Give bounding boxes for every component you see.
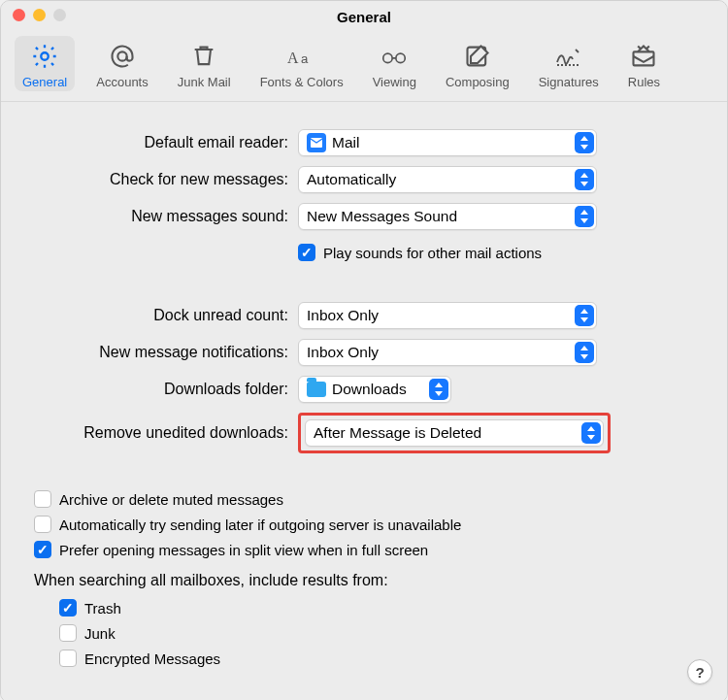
archive-muted-label: Archive or delete muted messages bbox=[59, 491, 283, 508]
split-view-checkbox[interactable] bbox=[34, 541, 51, 558]
dock-unread-popup[interactable]: Inbox Only bbox=[298, 302, 597, 329]
window-title: General bbox=[337, 9, 391, 25]
include-trash-checkbox[interactable] bbox=[59, 599, 77, 617]
include-encrypted-checkbox[interactable] bbox=[59, 650, 77, 667]
split-view-label: Prefer opening messages in split view wh… bbox=[59, 542, 428, 558]
svg-point-5 bbox=[396, 53, 405, 62]
search-results-header: When searching all mailboxes, include re… bbox=[34, 572, 694, 589]
tab-label: Accounts bbox=[96, 75, 148, 89]
tab-junk-mail[interactable]: Junk Mail bbox=[170, 36, 239, 91]
rules-icon bbox=[629, 42, 658, 71]
popup-value: After Message is Deleted bbox=[314, 424, 578, 442]
titlebar: General bbox=[1, 1, 727, 32]
folder-icon bbox=[307, 382, 326, 397]
label-downloads-folder: Downloads folder: bbox=[34, 381, 298, 398]
tab-fonts-colors[interactable]: Aa Fonts & Colors bbox=[252, 36, 351, 91]
gear-icon bbox=[30, 42, 59, 71]
retry-outgoing-checkbox[interactable] bbox=[34, 516, 51, 533]
tab-viewing[interactable]: Viewing bbox=[365, 36, 424, 91]
play-sounds-label: Play sounds for other mail actions bbox=[323, 245, 542, 261]
chevron-updown-icon bbox=[581, 422, 601, 444]
highlighted-setting: After Message is Deleted bbox=[298, 413, 611, 453]
label-default-reader: Default email reader: bbox=[34, 134, 298, 151]
help-button[interactable]: ? bbox=[687, 659, 712, 684]
label-check-messages: Check for new messages: bbox=[34, 171, 298, 188]
play-sounds-checkbox[interactable] bbox=[298, 244, 315, 261]
include-junk-checkbox[interactable] bbox=[59, 624, 77, 642]
include-junk-label: Junk bbox=[84, 625, 116, 642]
svg-text:a: a bbox=[301, 51, 309, 66]
new-sound-popup[interactable]: New Messages Sound bbox=[298, 203, 597, 230]
mail-app-icon bbox=[307, 133, 326, 152]
label-new-sound: New messages sound: bbox=[34, 208, 298, 225]
tab-general[interactable]: General bbox=[15, 36, 75, 91]
default-reader-popup[interactable]: Mail bbox=[298, 129, 597, 156]
popup-value: Inbox Only bbox=[307, 307, 571, 324]
chevron-updown-icon bbox=[575, 206, 594, 227]
include-trash-label: Trash bbox=[84, 600, 121, 617]
minimize-window-button[interactable] bbox=[33, 9, 46, 21]
close-window-button[interactable] bbox=[13, 9, 25, 21]
remove-downloads-popup[interactable]: After Message is Deleted bbox=[305, 419, 604, 447]
chevron-updown-icon bbox=[575, 305, 594, 326]
tab-label: Viewing bbox=[373, 75, 416, 89]
svg-point-0 bbox=[41, 52, 48, 59]
fonts-icon: Aa bbox=[287, 42, 316, 71]
chevron-updown-icon bbox=[575, 342, 594, 363]
downloads-folder-popup[interactable]: Downloads bbox=[298, 376, 451, 403]
zoom-window-button[interactable] bbox=[53, 9, 66, 21]
check-messages-popup[interactable]: Automatically bbox=[298, 166, 597, 193]
retry-outgoing-label: Automatically try sending later if outgo… bbox=[59, 517, 461, 533]
tab-signatures[interactable]: Signatures bbox=[531, 36, 607, 91]
general-pane: Default email reader: Mail Check for new… bbox=[1, 102, 727, 700]
help-icon: ? bbox=[695, 664, 704, 681]
label-dock-unread: Dock unread count: bbox=[34, 307, 298, 324]
popup-value: New Messages Sound bbox=[307, 208, 571, 225]
tab-accounts[interactable]: Accounts bbox=[88, 36, 155, 91]
svg-point-1 bbox=[117, 51, 126, 60]
label-remove-downloads: Remove unedited downloads: bbox=[34, 424, 298, 442]
label-new-notifications: New message notifications: bbox=[34, 344, 298, 361]
archive-muted-checkbox[interactable] bbox=[34, 490, 51, 508]
tab-label: Rules bbox=[628, 75, 660, 89]
tab-label: General bbox=[22, 75, 67, 89]
chevron-updown-icon bbox=[575, 132, 594, 153]
popup-value: Downloads bbox=[332, 381, 425, 398]
at-icon bbox=[108, 42, 137, 71]
tab-label: Junk Mail bbox=[178, 75, 231, 89]
tab-label: Signatures bbox=[539, 75, 599, 89]
preferences-window: General General Accounts Junk Mail Aa Fo… bbox=[0, 0, 728, 700]
signature-icon bbox=[554, 42, 583, 71]
svg-text:A: A bbox=[287, 50, 299, 66]
glasses-icon bbox=[380, 42, 409, 71]
popup-value: Inbox Only bbox=[307, 344, 571, 361]
chevron-updown-icon bbox=[429, 379, 448, 400]
popup-value: Mail bbox=[332, 134, 571, 151]
tab-label: Composing bbox=[446, 75, 510, 89]
new-notifications-popup[interactable]: Inbox Only bbox=[298, 339, 597, 366]
tab-composing[interactable]: Composing bbox=[438, 36, 517, 91]
tab-label: Fonts & Colors bbox=[260, 75, 344, 89]
window-controls bbox=[13, 9, 66, 21]
preferences-toolbar: General Accounts Junk Mail Aa Fonts & Co… bbox=[1, 32, 727, 102]
compose-icon bbox=[463, 42, 492, 71]
svg-point-4 bbox=[383, 53, 392, 62]
popup-value: Automatically bbox=[307, 171, 571, 188]
chevron-updown-icon bbox=[575, 169, 594, 190]
trash-bin-icon bbox=[189, 42, 218, 71]
tab-rules[interactable]: Rules bbox=[620, 36, 668, 91]
include-encrypted-label: Encrypted Messages bbox=[84, 650, 220, 667]
